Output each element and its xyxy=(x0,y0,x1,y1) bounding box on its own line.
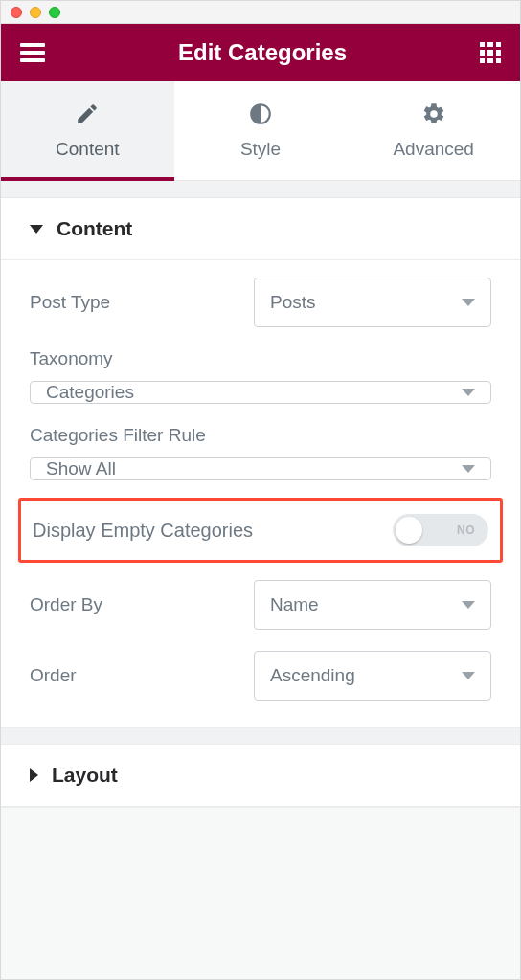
chevron-right-icon xyxy=(30,768,38,782)
tab-advanced[interactable]: Advanced xyxy=(347,81,520,180)
apps-grid-icon[interactable] xyxy=(480,42,501,63)
window-titlebar xyxy=(1,1,520,24)
label-order: Order xyxy=(30,665,77,686)
section-content-header[interactable]: Content xyxy=(1,198,520,260)
chevron-down-icon xyxy=(462,465,475,473)
gear-icon xyxy=(421,101,446,126)
section-layout-title: Layout xyxy=(52,764,118,787)
label-filter-rule: Categories Filter Rule xyxy=(30,425,491,446)
chevron-down-icon xyxy=(462,389,475,396)
toggle-display-empty-text: NO xyxy=(457,523,475,537)
label-display-empty: Display Empty Categories xyxy=(33,520,253,542)
tab-advanced-label: Advanced xyxy=(393,139,474,160)
select-post-type-value: Posts xyxy=(270,292,316,313)
select-order-by[interactable]: Name xyxy=(254,580,491,630)
contrast-icon xyxy=(248,101,273,126)
chevron-down-icon xyxy=(462,601,475,609)
chevron-down-icon xyxy=(30,225,43,234)
window-zoom-button[interactable] xyxy=(49,7,60,18)
pencil-icon xyxy=(75,101,100,126)
row-order: Order Ascending xyxy=(30,651,491,701)
header-title: Edit Categories xyxy=(45,39,480,66)
tab-style-label: Style xyxy=(240,139,281,160)
toggle-knob xyxy=(396,517,422,544)
menu-icon[interactable] xyxy=(20,43,45,62)
chevron-down-icon xyxy=(462,299,475,306)
footer-fill xyxy=(1,807,520,979)
select-order-by-value: Name xyxy=(270,594,319,615)
select-filter-rule-value: Show All xyxy=(46,458,116,479)
window-minimize-button[interactable] xyxy=(30,7,41,18)
tabs: Content Style Advanced xyxy=(1,81,520,181)
label-order-by: Order By xyxy=(30,594,102,615)
select-order-value: Ascending xyxy=(270,665,355,686)
row-order-by: Order By Name xyxy=(30,580,491,630)
section-gap xyxy=(1,727,520,745)
chevron-down-icon xyxy=(462,672,475,679)
tab-content[interactable]: Content xyxy=(1,81,174,180)
section-content-body: Post Type Posts Taxonomy Categories Cate… xyxy=(1,260,520,727)
tab-content-label: Content xyxy=(56,139,120,160)
window-close-button[interactable] xyxy=(11,7,22,18)
select-taxonomy[interactable]: Categories xyxy=(30,381,491,404)
row-post-type: Post Type Posts xyxy=(30,278,491,327)
section-layout-header[interactable]: Layout xyxy=(1,745,520,807)
tabs-bottom-spacer xyxy=(1,181,520,198)
row-filter-rule: Categories Filter Rule Show All xyxy=(30,425,491,480)
select-order[interactable]: Ascending xyxy=(254,651,491,701)
label-taxonomy: Taxonomy xyxy=(30,348,491,369)
editor-header: Edit Categories xyxy=(1,24,520,81)
select-filter-rule[interactable]: Show All xyxy=(30,457,491,480)
select-taxonomy-value: Categories xyxy=(46,382,134,403)
section-layout: Layout xyxy=(1,745,520,807)
section-content: Content Post Type Posts Taxonomy Categor… xyxy=(1,198,520,727)
select-post-type[interactable]: Posts xyxy=(254,278,491,327)
section-content-title: Content xyxy=(57,217,132,240)
toggle-display-empty[interactable]: NO xyxy=(393,514,488,546)
highlight-display-empty: Display Empty Categories NO xyxy=(18,498,503,563)
label-post-type: Post Type xyxy=(30,292,110,313)
row-taxonomy: Taxonomy Categories xyxy=(30,348,491,404)
tab-style[interactable]: Style xyxy=(174,81,348,180)
